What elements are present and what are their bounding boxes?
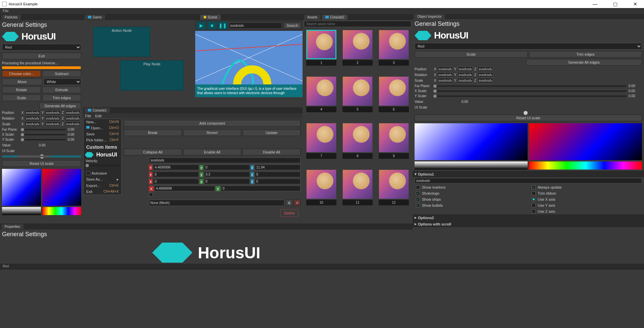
v1-x-input[interactable] (153, 165, 199, 170)
delete-button[interactable]: Delete (280, 209, 299, 217)
insp-scale-button[interactable]: Scale (415, 51, 528, 58)
insp-pos-x[interactable] (437, 67, 453, 72)
v2-x-input[interactable] (153, 172, 199, 177)
use-x-radio[interactable] (532, 197, 536, 201)
yscale-slider[interactable] (21, 139, 66, 140)
show-bullets-checkbox[interactable] (416, 203, 420, 207)
scl-x-input[interactable] (25, 122, 40, 127)
mesh-clear-icon[interactable]: ✕ (294, 199, 301, 206)
collapse-all-button[interactable]: Collapse All (124, 149, 182, 155)
asset-item[interactable]: 4 (305, 76, 338, 120)
show-ships-checkbox[interactable] (416, 197, 420, 201)
insp-xscale-slider[interactable] (433, 90, 627, 92)
asset-item[interactable]: 5 (341, 76, 374, 120)
subtract-button[interactable]: Subtract (42, 70, 81, 77)
pause-button[interactable]: ❚❚ (218, 21, 227, 29)
asset-item[interactable]: 1 (305, 30, 338, 74)
pos-x-input[interactable] (25, 110, 40, 115)
insp-far-plane-slider[interactable] (433, 85, 627, 87)
tab-console1[interactable]: Console1 (85, 108, 110, 113)
asset-thumbnail[interactable] (342, 30, 373, 59)
asset-item[interactable]: 8 (341, 123, 374, 167)
asset-item[interactable]: 10 (305, 170, 338, 213)
disable-all-button[interactable]: Disable All (243, 149, 301, 155)
play-button[interactable]: ▶ (197, 21, 206, 29)
insp-pos-z[interactable] (478, 67, 493, 72)
rot-y-input[interactable] (45, 116, 60, 121)
options2-header[interactable]: ▸ Options2 (413, 214, 644, 221)
asset-thumbnail[interactable] (342, 76, 373, 106)
v2-y-input[interactable] (204, 172, 250, 177)
insp-rot-y[interactable] (458, 72, 473, 77)
asset-thumbnail[interactable] (306, 170, 336, 199)
velocity-slider[interactable] (86, 165, 119, 166)
tab-properties[interactable]: Properties (1, 224, 23, 229)
color-select[interactable]: Red (2, 44, 81, 51)
asset-thumbnail[interactable] (306, 76, 336, 106)
gen-edges-button[interactable]: Generate All edges (39, 103, 81, 109)
component-name-input[interactable] (149, 157, 301, 163)
insp-gen-edges-button[interactable]: Generate All edges (526, 59, 642, 66)
menu-pick-folder[interactable]: Pick folder...Ctrl+F (84, 137, 121, 143)
scale-button[interactable]: Scale (2, 94, 41, 101)
xscale-slider[interactable] (21, 134, 66, 135)
insp-scl-y[interactable] (458, 78, 473, 83)
color-picker-1[interactable] (2, 169, 41, 206)
insp-scl-z[interactable] (478, 78, 493, 83)
asset-item[interactable]: 3 (377, 30, 411, 74)
insp-color-picker-1[interactable] (415, 123, 528, 160)
action-node[interactable]: Action Node (93, 27, 150, 57)
menu-file[interactable]: File (3, 9, 9, 13)
search-button[interactable]: Search (283, 22, 301, 29)
insp-yscale-slider[interactable] (433, 95, 627, 97)
asset-item[interactable]: 6 (377, 76, 411, 120)
menu-open[interactable]: Open...Ctrl+O (84, 125, 121, 131)
use-y-radio[interactable] (532, 203, 536, 207)
asset-item[interactable]: 2 (341, 30, 374, 74)
close-icon[interactable]: ✕ (629, 1, 642, 7)
menu-autosave[interactable]: Autosave (84, 170, 121, 176)
break-button[interactable]: Break (124, 129, 182, 136)
menu-save[interactable]: SaveCtrl+S (84, 131, 121, 137)
pos-y-input[interactable] (45, 110, 60, 115)
menu-export[interactable]: Export...Ctrl+E (84, 183, 121, 189)
maximize-icon[interactable]: ▢ (608, 1, 622, 7)
use-z-radio[interactable] (532, 209, 536, 213)
stop-button[interactable]: ■ (207, 21, 217, 29)
update-button[interactable]: Update (243, 129, 301, 136)
tab-assets[interactable]: Assets (304, 15, 321, 20)
console-menu-edit[interactable]: Edit (95, 114, 102, 118)
v1-z-input[interactable] (255, 165, 301, 170)
asset-thumbnail[interactable] (379, 170, 409, 199)
tab-inspector[interactable]: Object Inspector (414, 14, 445, 19)
mesh-target-icon[interactable]: ⊕ (286, 199, 292, 206)
asset-item[interactable]: 12 (377, 170, 411, 213)
asset-thumbnail[interactable] (306, 30, 336, 59)
reset-ui-button[interactable]: Reset UI scale (2, 160, 81, 167)
asset-search-input[interactable] (304, 21, 411, 27)
far-plane-slider[interactable] (21, 129, 66, 130)
insp-rot-z[interactable] (478, 72, 493, 77)
tab-particles[interactable]: Particles (1, 15, 21, 20)
rot-z-input[interactable] (65, 116, 80, 121)
scl-y-input[interactable] (45, 122, 60, 127)
asset-thumbnail[interactable] (379, 76, 409, 106)
trim-edges-button[interactable]: Trim edges (42, 94, 81, 101)
hue-slider-1[interactable] (42, 207, 81, 215)
v4-y-input[interactable] (221, 186, 301, 191)
menu-exit[interactable]: ExitCtrl+Alt+X (84, 189, 121, 195)
color-picker-2[interactable] (42, 169, 81, 206)
tab-console2[interactable]: Console2 (322, 15, 347, 20)
v3-y-input[interactable] (204, 179, 250, 184)
scene-canvas[interactable] (195, 31, 303, 84)
white-select[interactable]: White (44, 78, 81, 85)
rot-x-input[interactable] (25, 116, 40, 121)
v4-x-input[interactable] (154, 186, 215, 191)
shokologo-checkbox[interactable] (416, 191, 420, 195)
revert-button[interactable]: Revert (183, 129, 241, 136)
tab-game[interactable]: Game (85, 15, 105, 20)
v1-y-input[interactable] (204, 165, 250, 170)
v3-x-input[interactable] (153, 179, 199, 184)
value-slider-1[interactable] (2, 207, 41, 215)
extrude-button[interactable]: Extrude (42, 86, 81, 93)
